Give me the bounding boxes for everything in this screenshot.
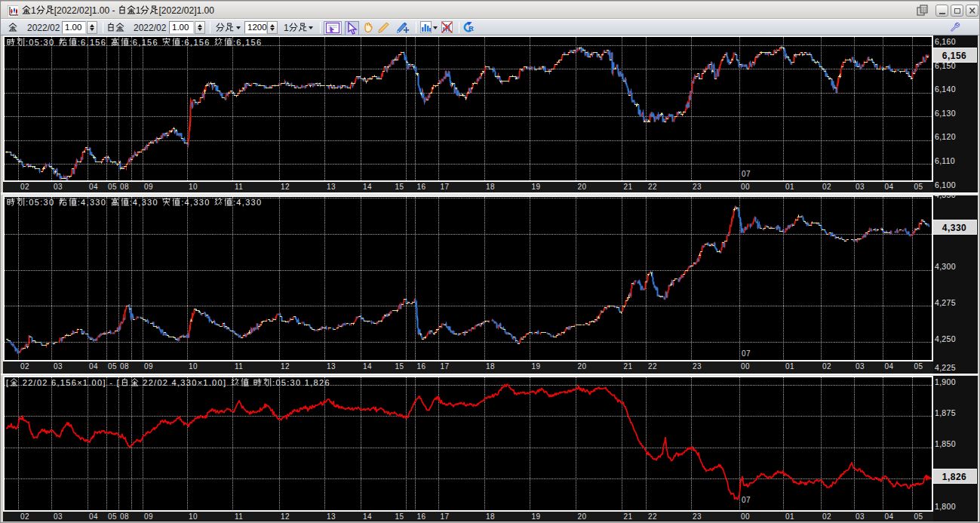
svg-text:R: R	[468, 24, 474, 32]
